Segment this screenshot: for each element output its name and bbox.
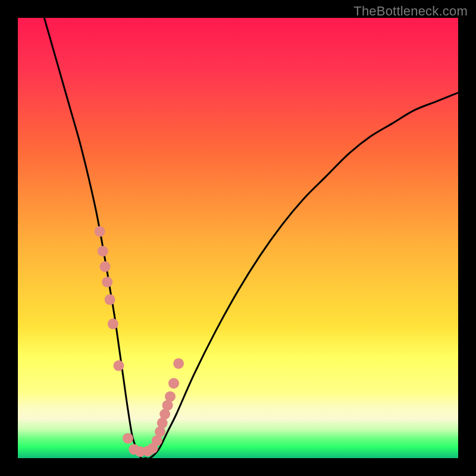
dot xyxy=(173,358,184,369)
watermark-text: TheBottleneck.com xyxy=(353,4,468,19)
dot xyxy=(100,261,111,272)
dot xyxy=(95,226,105,237)
plot-area xyxy=(18,18,458,458)
dot xyxy=(168,378,179,389)
dot xyxy=(165,391,176,402)
dot xyxy=(108,318,118,329)
bottleneck-curve xyxy=(18,18,458,458)
highlight-dots xyxy=(95,226,184,457)
dot xyxy=(105,295,115,305)
dot xyxy=(98,246,108,256)
dot xyxy=(113,361,124,371)
dot xyxy=(102,277,112,287)
dot xyxy=(123,433,133,444)
chart-stage: TheBottleneck.com xyxy=(0,0,476,476)
